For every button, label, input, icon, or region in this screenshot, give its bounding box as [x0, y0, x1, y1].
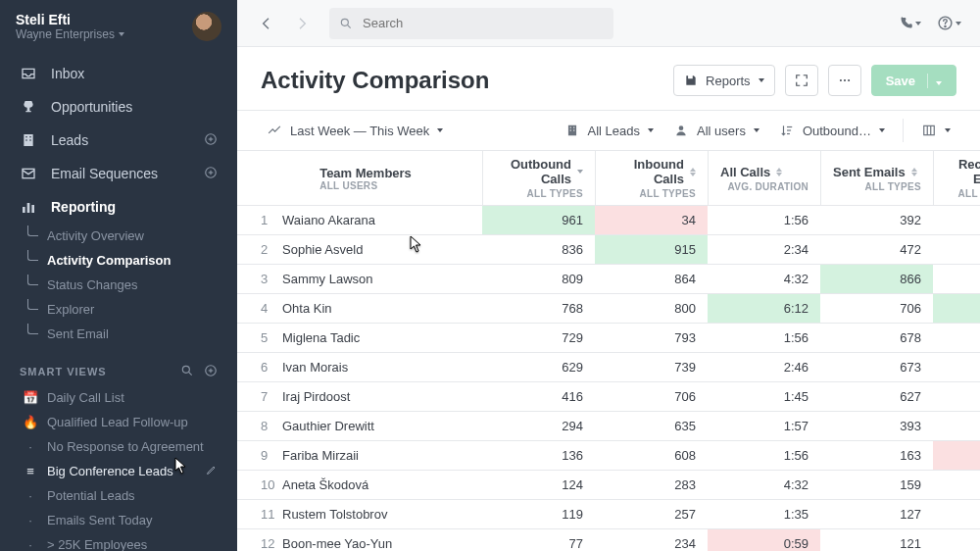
search-field[interactable] [329, 8, 613, 39]
sort-filter[interactable]: Outbound… [773, 119, 891, 142]
search-input[interactable] [361, 15, 604, 31]
smart-view-item[interactable]: ·No Response to Agreement [0, 434, 237, 459]
user-block[interactable]: Steli Efti Wayne Enterprises [16, 12, 124, 41]
cell-in: 800 [595, 294, 708, 323]
leads-filter[interactable]: All Leads [559, 119, 660, 142]
dialer-button[interactable] [894, 8, 925, 39]
svg-rect-4 [29, 139, 30, 140]
nav-forward-button[interactable] [288, 10, 316, 37]
sidebar-sub-activity-comparison[interactable]: Activity Comparison [0, 248, 237, 273]
chevron-down-icon [936, 81, 942, 85]
cell-se: 159 [820, 471, 933, 499]
smart-view-item[interactable]: ·> 25K Employees [0, 532, 237, 551]
sidebar-sub-label: Activity Overview [47, 228, 144, 243]
svg-point-26 [848, 79, 850, 81]
smart-views-list: 📅Daily Call List🔥Qualified Lead Follow-u… [0, 385, 237, 551]
smart-view-item[interactable]: ≡Big Conference Leads [0, 459, 237, 483]
table-row[interactable]: 3Sammy Lawson8098644:32866809 [237, 265, 980, 294]
chevron-down-icon [956, 22, 961, 25]
sidebar-item-opportunities[interactable]: Opportunities [0, 90, 237, 124]
smart-view-icon: · [24, 513, 37, 527]
table-row[interactable]: 12Boon-mee Yao-Yun772340:5912177 [237, 529, 980, 552]
help-button[interactable] [933, 8, 964, 39]
cell-in: 864 [595, 265, 708, 293]
columns-button[interactable] [915, 119, 956, 142]
save-button[interactable]: Save [871, 65, 956, 96]
reports-button[interactable]: Reports [673, 65, 775, 96]
col-header-recv[interactable]: Received Emails ALL TYPES [933, 151, 980, 206]
sidebar-sub-sent-email[interactable]: Sent Email [0, 322, 237, 346]
smart-views-header: SMART VIEWS [0, 346, 237, 385]
sidebar-item-inbox[interactable]: Inbox [0, 57, 237, 90]
sidebar-item-label: Inbox [51, 66, 218, 81]
sidebar-sub-activity-overview[interactable]: Activity Overview [0, 224, 237, 248]
more-button[interactable] [828, 65, 861, 96]
sidebar-nav: InboxOpportunitiesLeadsEmail SequencesRe… [0, 57, 237, 224]
table-row[interactable]: 5Miglena Tadic7297931:56678729 [237, 324, 980, 353]
reports-label: Reports [706, 74, 751, 88]
sidebar-item-label: Leads [51, 132, 190, 148]
smart-view-label: Qualified Lead Follow-up [47, 415, 188, 429]
cell-ac: 1:57 [708, 412, 820, 440]
table-row[interactable]: 1Waiano Akarana961341:56392283 [237, 206, 980, 235]
cell-se: 627 [820, 382, 933, 411]
cell-out: 629 [482, 353, 595, 381]
cell-in: 635 [595, 412, 708, 440]
table-row[interactable]: 7Iraj Pirdoost4167061:45627416 [237, 382, 980, 412]
smart-view-item[interactable]: ·Emails Sent Today [0, 508, 237, 532]
smart-view-label: Emails Sent Today [47, 513, 152, 527]
col-header-inbound[interactable]: Inbound Calls ALL TYPES [595, 151, 708, 206]
cell-se: 392 [820, 206, 933, 234]
sidebar-sub-label: Activity Comparison [47, 253, 171, 268]
table-row[interactable]: 6Ivan Morais6297392:46673629 [237, 353, 980, 382]
col-header-allcalls[interactable]: All Calls AVG. DURATION [708, 151, 820, 206]
member-name: Fariba Mirzaii [282, 441, 482, 470]
smart-view-icon: 📅 [24, 390, 37, 405]
plus-circle-icon[interactable] [204, 166, 218, 182]
cell-ac: 6:12 [708, 294, 820, 323]
table-row[interactable]: 2Sophie Asveld8369152:34472333 [237, 235, 980, 265]
member-name: Waiano Akarana [282, 206, 482, 234]
sidebar-sub-status-changes[interactable]: Status Changes [0, 273, 237, 297]
page-title: Activity Comparison [261, 67, 489, 94]
sidebar-item-leads[interactable]: Leads [0, 124, 237, 157]
search-icon[interactable] [180, 364, 194, 379]
svg-point-15 [182, 366, 189, 373]
row-index: 5 [237, 324, 276, 352]
date-range-filter[interactable]: Last Week — This Week [261, 119, 449, 142]
smart-view-item[interactable]: ·Potential Leads [0, 483, 237, 508]
plus-circle-icon[interactable] [204, 364, 218, 379]
smart-view-label: No Response to Agreement [47, 439, 204, 454]
table-row[interactable]: 8Gauthier Drewitt2946351:57393294 [237, 412, 980, 441]
col-header-members[interactable]: Team MembersALL USERS [237, 151, 482, 206]
sidebar-sub-explorer[interactable]: Explorer [0, 297, 237, 322]
table-row[interactable]: 4Ohta Kin7688006:12706768 [237, 294, 980, 324]
sidebar-item-email-sequences[interactable]: Email Sequences [0, 157, 237, 190]
member-name: Boon-mee Yao-Yun [282, 529, 482, 551]
cell-se: 472 [820, 235, 933, 264]
cell-ac: 1:35 [708, 500, 820, 528]
cell-ac: 0:59 [708, 529, 820, 551]
cell-in: 793 [595, 324, 708, 352]
smart-view-item[interactable]: 🔥Qualified Lead Follow-up [0, 410, 237, 434]
smart-view-label: > 25K Employees [47, 537, 147, 551]
member-name: Gauthier Drewitt [282, 412, 482, 440]
col-header-sent[interactable]: Sent Emails ALL TYPES [820, 151, 933, 206]
smart-view-item[interactable]: 📅Daily Call List [0, 385, 237, 410]
table-row[interactable]: 10Aneta Škodová1242834:32159124 [237, 471, 980, 500]
avatar[interactable] [192, 12, 221, 41]
table-row[interactable]: 9Fariba Mirzaii1366081:5616311 [237, 441, 980, 471]
sort-desc-icon [577, 170, 583, 174]
pencil-icon[interactable] [206, 464, 218, 478]
cell-re: 809 [933, 265, 980, 293]
org-switcher[interactable]: Wayne Enterprises [16, 27, 124, 41]
chevron-down-icon [437, 128, 443, 132]
expand-button[interactable] [785, 65, 818, 96]
plus-circle-icon[interactable] [204, 132, 218, 149]
row-index: 12 [237, 529, 276, 551]
nav-back-button[interactable] [253, 10, 280, 37]
col-header-outbound[interactable]: Outbound Calls ALL TYPES [482, 151, 595, 206]
users-filter[interactable]: All users [667, 119, 765, 142]
sidebar-item-reporting[interactable]: Reporting [0, 190, 237, 224]
table-row[interactable]: 11Rustem Tolstobrov1192571:35127119 [237, 500, 980, 529]
